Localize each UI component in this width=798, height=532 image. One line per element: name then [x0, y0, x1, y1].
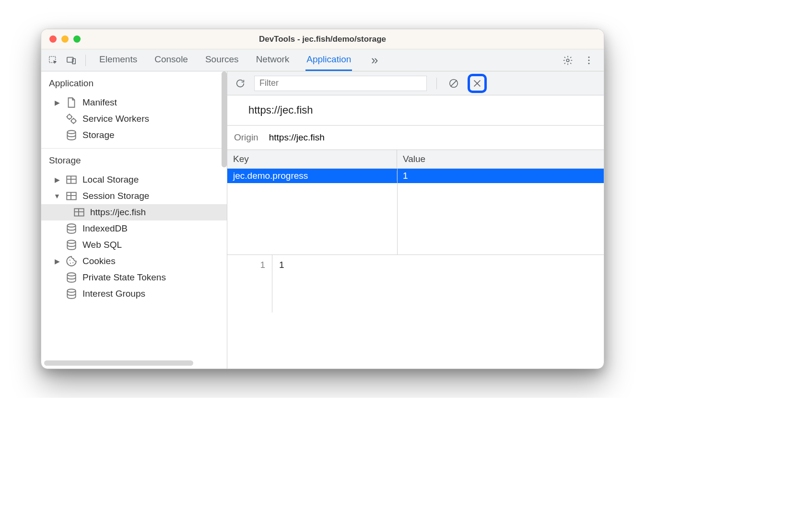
svg-point-13: [67, 224, 75, 227]
refresh-icon[interactable]: [233, 76, 247, 91]
devtools-window: DevTools - jec.fish/demo/storage Element…: [41, 29, 604, 369]
traffic-lights: [49, 35, 81, 43]
database-icon: [65, 223, 78, 234]
svg-point-19: [67, 289, 75, 292]
delete-selected-highlight: [468, 74, 487, 93]
database-icon: [65, 239, 78, 251]
tab-console[interactable]: Console: [153, 49, 189, 71]
clear-all-icon[interactable]: [446, 76, 461, 91]
close-window-button[interactable]: [49, 35, 57, 43]
zoom-window-button[interactable]: [73, 35, 81, 43]
cookie-icon: [65, 255, 78, 267]
main-toolbar: Elements Console Sources Network Applica…: [41, 49, 604, 71]
collapse-arrow-icon[interactable]: ▼: [54, 192, 60, 200]
origin-label: Origin: [234, 132, 258, 143]
sidebar-item-label: Storage: [82, 130, 115, 140]
file-icon: [65, 97, 78, 108]
expand-arrow-icon[interactable]: ▶: [54, 176, 60, 184]
cell-key[interactable]: jec.demo.progress: [227, 171, 397, 181]
storage-table-body[interactable]: jec.demo.progress 1: [227, 169, 604, 255]
delete-selected-icon[interactable]: [471, 78, 483, 89]
gears-icon: [65, 113, 78, 125]
sidebar-item-session-storage-origin[interactable]: https://jec.fish: [41, 204, 227, 220]
database-icon: [65, 129, 78, 141]
svg-line-21: [451, 80, 457, 86]
toolbar-right: [561, 53, 596, 68]
inspect-element-icon[interactable]: [46, 53, 60, 68]
expand-arrow-icon[interactable]: ▶: [54, 257, 60, 265]
table-icon: [65, 174, 78, 185]
sidebar-item-websql[interactable]: Web SQL: [41, 237, 227, 253]
sidebar-item-indexeddb[interactable]: IndexedDB: [41, 220, 227, 237]
sidebar-item-private-state-tokens[interactable]: Private State Tokens: [41, 269, 227, 286]
sidebar-item-storage-overview[interactable]: Storage: [41, 127, 227, 143]
svg-point-18: [67, 273, 75, 276]
titlebar: DevTools - jec.fish/demo/storage: [41, 29, 604, 49]
sidebar-item-label: Local Storage: [82, 174, 139, 185]
main-split: Application ▶ Manifest Service Workers: [41, 71, 604, 369]
sidebar-scrollbar-horizontal[interactable]: [44, 360, 193, 366]
svg-rect-12: [74, 208, 84, 216]
filter-input[interactable]: [254, 76, 427, 91]
svg-point-9: [67, 130, 75, 134]
cell-value[interactable]: 1: [397, 171, 604, 181]
kebab-menu-icon[interactable]: [582, 53, 596, 68]
preview-line-number: 1: [227, 255, 272, 312]
expand-arrow-icon: ▶: [54, 99, 60, 106]
table-row[interactable]: jec.demo.progress 1: [227, 169, 604, 183]
svg-point-17: [72, 262, 73, 263]
tab-elements[interactable]: Elements: [98, 49, 138, 71]
sidebar-item-manifest[interactable]: ▶ Manifest: [41, 94, 227, 111]
tab-network[interactable]: Network: [255, 49, 291, 71]
database-icon: [65, 272, 78, 283]
preview-value: 1: [272, 255, 291, 312]
device-toolbar-icon[interactable]: [64, 53, 79, 68]
table-icon: [65, 190, 78, 202]
sidebar-item-label: Web SQL: [82, 240, 122, 250]
svg-rect-10: [67, 176, 76, 183]
sidebar-item-label: https://jec.fish: [90, 207, 146, 218]
svg-rect-2: [72, 58, 75, 64]
section-storage-header: Storage: [41, 149, 227, 172]
storage-origin-title: https://jec.fish: [227, 95, 604, 126]
table-icon: [73, 207, 85, 218]
column-value[interactable]: Value: [397, 150, 604, 168]
more-tabs-icon[interactable]: »: [367, 53, 382, 68]
sidebar-item-local-storage[interactable]: ▶ Local Storage: [41, 172, 227, 188]
tab-sources[interactable]: Sources: [204, 49, 240, 71]
tab-application[interactable]: Application: [305, 49, 352, 71]
filter-toolbar: [227, 71, 604, 95]
sidebar-item-label: Private State Tokens: [82, 272, 166, 283]
svg-point-3: [566, 59, 569, 62]
sidebar-item-label: IndexedDB: [82, 223, 128, 234]
settings-icon[interactable]: [561, 53, 575, 68]
svg-point-14: [67, 240, 75, 243]
svg-point-16: [70, 263, 71, 264]
column-key[interactable]: Key: [227, 150, 397, 168]
separator: [436, 78, 437, 89]
sidebar-item-label: Manifest: [82, 97, 117, 108]
svg-point-5: [588, 59, 590, 61]
storage-table-header: Key Value: [227, 150, 604, 169]
panel-tabs: Elements Console Sources Network Applica…: [98, 49, 557, 71]
minimize-window-button[interactable]: [61, 35, 69, 43]
value-preview: 1 1: [227, 255, 604, 312]
svg-rect-11: [67, 192, 76, 199]
application-sidebar: Application ▶ Manifest Service Workers: [41, 71, 227, 369]
sidebar-scrollbar-vertical[interactable]: [222, 71, 227, 167]
svg-point-4: [588, 57, 590, 58]
database-icon: [65, 288, 78, 300]
origin-row: Origin https://jec.fish: [227, 126, 604, 150]
sidebar-item-interest-groups[interactable]: Interest Groups: [41, 286, 227, 302]
section-application-header: Application: [41, 71, 227, 94]
sidebar-item-label: Service Workers: [82, 114, 149, 124]
separator: [85, 55, 86, 66]
column-resize-handle[interactable]: [397, 169, 398, 254]
sidebar-item-session-storage[interactable]: ▼ Session Storage: [41, 188, 227, 204]
sidebar-item-cookies[interactable]: ▶ Cookies: [41, 253, 227, 269]
sidebar-item-label: Cookies: [82, 256, 116, 266]
sidebar-item-label: Interest Groups: [82, 289, 145, 299]
sidebar-item-label: Session Storage: [82, 191, 149, 201]
sidebar-item-service-workers[interactable]: Service Workers: [41, 111, 227, 127]
svg-point-8: [71, 119, 76, 123]
